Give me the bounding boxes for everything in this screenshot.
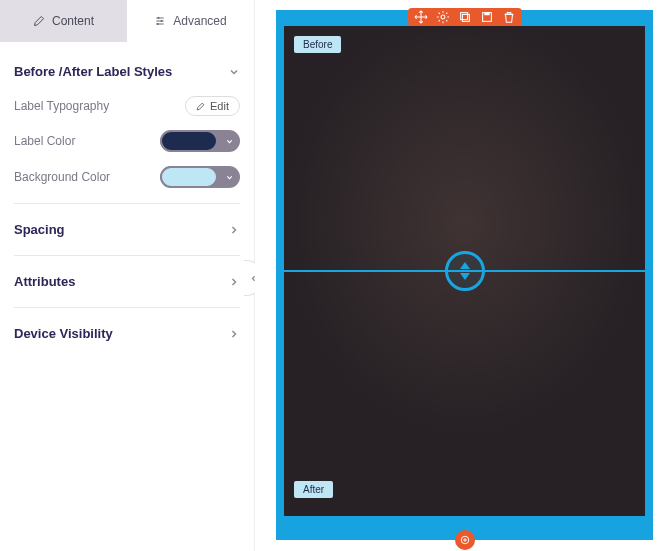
section-label-styles-header[interactable]: Before /After Label Styles <box>14 54 240 89</box>
section-spacing-title: Spacing <box>14 222 65 237</box>
tab-advanced-label: Advanced <box>173 14 226 28</box>
pencil-icon <box>196 102 205 111</box>
add-module-button[interactable] <box>455 530 475 550</box>
chevron-down-icon <box>228 66 240 78</box>
section-device-visibility-title: Device Visibility <box>14 326 113 341</box>
duplicate-icon[interactable] <box>458 10 472 24</box>
svg-point-3 <box>441 15 445 19</box>
settings-panel: Before /After Label Styles Label Typogra… <box>0 42 254 363</box>
row-background-color: Background Color <box>14 159 240 195</box>
trash-icon[interactable] <box>502 10 516 24</box>
svg-point-0 <box>158 17 160 19</box>
triangle-down-icon <box>460 273 470 280</box>
edit-button-label: Edit <box>210 100 229 112</box>
sliders-icon <box>154 15 166 27</box>
background-color-swatch[interactable] <box>160 166 240 188</box>
widget-toolbar <box>408 8 522 26</box>
chevron-down-icon <box>225 173 234 182</box>
row-label-typography: Label Typography Edit <box>14 89 240 123</box>
svg-rect-4 <box>460 13 467 20</box>
background-color-text: Background Color <box>14 170 110 184</box>
chevron-down-icon <box>225 137 234 146</box>
color-swatch-dropdown[interactable] <box>218 173 240 182</box>
divider <box>14 255 240 256</box>
svg-point-2 <box>157 23 159 25</box>
section-spacing-header[interactable]: Spacing <box>14 212 240 247</box>
move-icon[interactable] <box>414 10 428 24</box>
svg-point-1 <box>161 20 163 22</box>
edit-typography-button[interactable]: Edit <box>185 96 240 116</box>
sidebar-tabs: Content Advanced <box>0 0 254 42</box>
settings-sidebar: Content Advanced Before /After Label Sty… <box>0 0 255 551</box>
row-label-color: Label Color <box>14 123 240 159</box>
widget-frame[interactable]: Before After <box>276 10 653 540</box>
color-swatch-preview <box>160 130 218 152</box>
tab-advanced[interactable]: Advanced <box>127 0 254 42</box>
label-color-text: Label Color <box>14 134 75 148</box>
pencil-icon <box>33 15 45 27</box>
section-device-visibility-header[interactable]: Device Visibility <box>14 316 240 351</box>
section-attributes-header[interactable]: Attributes <box>14 264 240 299</box>
chevron-right-icon <box>228 224 240 236</box>
svg-rect-7 <box>484 13 489 16</box>
color-swatch-dropdown[interactable] <box>218 137 240 146</box>
divider <box>14 203 240 204</box>
svg-rect-5 <box>462 14 469 21</box>
before-label-pill: Before <box>294 36 341 53</box>
before-after-widget[interactable]: Before After <box>284 26 645 516</box>
color-swatch-preview <box>160 166 218 188</box>
triangle-up-icon <box>460 262 470 269</box>
slider-drag-handle[interactable] <box>445 251 485 291</box>
label-typography-text: Label Typography <box>14 99 109 113</box>
label-color-swatch[interactable] <box>160 130 240 152</box>
canvas: Before After <box>255 0 662 551</box>
save-icon[interactable] <box>480 10 494 24</box>
chevron-right-icon <box>228 328 240 340</box>
tab-content-label: Content <box>52 14 94 28</box>
chevron-right-icon <box>228 276 240 288</box>
after-label-pill: After <box>294 481 333 498</box>
divider <box>14 307 240 308</box>
plus-icon <box>460 535 470 545</box>
section-attributes-title: Attributes <box>14 274 75 289</box>
gear-icon[interactable] <box>436 10 450 24</box>
tab-content[interactable]: Content <box>0 0 127 42</box>
section-label-styles-title: Before /After Label Styles <box>14 64 172 79</box>
